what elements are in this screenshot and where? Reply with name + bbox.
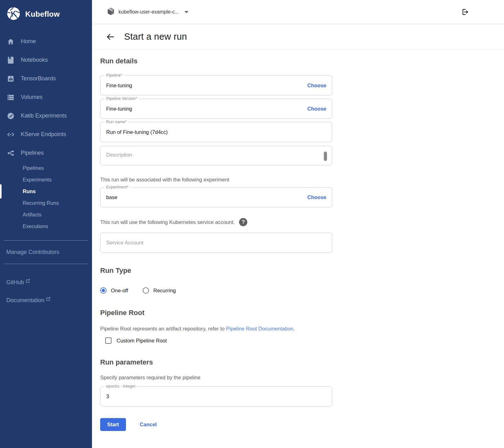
radio-unselected-icon[interactable] bbox=[143, 287, 149, 294]
page-content: Run details Pipeline* Fine-tuning Choose… bbox=[92, 49, 504, 444]
sidebar-subitem-label: Experiments bbox=[23, 177, 52, 183]
page-title: Start a new run bbox=[124, 32, 187, 42]
help-icon[interactable] bbox=[239, 218, 247, 226]
external-link-icon bbox=[46, 296, 50, 302]
run-name-field[interactable]: Run name* bbox=[100, 122, 332, 142]
github-link[interactable]: GitHub bbox=[0, 279, 92, 286]
sidebar-subitem-runs[interactable]: Runs bbox=[0, 186, 92, 197]
run-parameters-heading: Run parameters bbox=[100, 358, 332, 366]
kubeflow-logo-icon: K bbox=[6, 6, 21, 22]
sidebar-item-volumes[interactable]: Volumes bbox=[0, 88, 92, 106]
radio-label: One-off bbox=[111, 288, 128, 294]
description-field[interactable] bbox=[100, 146, 332, 165]
service-account-field[interactable] bbox=[100, 233, 332, 253]
logout-icon bbox=[461, 8, 469, 16]
custom-pipeline-root-option[interactable]: Custom Pipeline Root bbox=[105, 337, 332, 344]
link-label: GitHub bbox=[6, 279, 24, 286]
epochs-field-label: epochs - integer bbox=[105, 384, 137, 388]
radio-selected-icon[interactable] bbox=[100, 287, 106, 294]
kubeflow-brand[interactable]: K Kubeflow bbox=[0, 0, 92, 26]
volumes-icon bbox=[7, 94, 14, 101]
pipeline-version-field-label: Pipeline Version* bbox=[105, 96, 139, 101]
back-arrow-icon bbox=[106, 32, 115, 41]
experiment-field-label: Experiment* bbox=[105, 185, 130, 189]
run-type-options: One-off Recurring bbox=[100, 287, 332, 294]
sidebar-subitem-experiments[interactable]: Experiments bbox=[0, 174, 92, 186]
sidebar-subitem-artifacts[interactable]: Artifacts bbox=[0, 209, 92, 221]
checkbox-label: Custom Pipeline Root bbox=[117, 338, 167, 344]
pipeline-version-field[interactable]: Pipeline Version* Fine-tuning Choose bbox=[100, 99, 332, 119]
epochs-field[interactable]: epochs - integer bbox=[100, 386, 332, 406]
sidebar-item-label: Katib Experiments bbox=[21, 112, 67, 119]
sidebar-item-home[interactable]: Home bbox=[0, 32, 92, 51]
link-label: Documentation bbox=[6, 297, 44, 304]
logout-button[interactable] bbox=[460, 7, 470, 17]
cube-icon bbox=[107, 7, 115, 17]
sidebar-item-tensorboards[interactable]: TensorBoards bbox=[0, 69, 92, 88]
run-parameters-description: Specify parameters required by the pipel… bbox=[100, 375, 332, 381]
sidebar-item-label: Home bbox=[21, 38, 36, 45]
pipelines-icon bbox=[7, 149, 14, 157]
notebook-icon bbox=[7, 56, 14, 64]
pipeline-version-choose-button[interactable]: Choose bbox=[307, 106, 326, 112]
pipeline-field[interactable]: Pipeline* Fine-tuning Choose bbox=[100, 75, 332, 95]
sidebar-item-label: Pipelines bbox=[21, 150, 44, 156]
run-name-field-label: Run name* bbox=[105, 119, 128, 124]
sidebar-subitem-label: Recurring Runs bbox=[23, 200, 59, 206]
page-header: Start a new run bbox=[92, 24, 504, 49]
scrollbar-thumb[interactable] bbox=[324, 152, 327, 161]
epochs-input[interactable] bbox=[106, 393, 326, 399]
description-input[interactable] bbox=[106, 152, 321, 164]
namespace-selector[interactable]: kubeflow-user-example-c... bbox=[107, 7, 188, 17]
pipeline-choose-button[interactable]: Choose bbox=[307, 83, 326, 89]
pipeline-root-description: Pipeline Root represents an artifact rep… bbox=[100, 326, 332, 332]
pipeline-version-field-value: Fine-tuning bbox=[106, 106, 307, 112]
endpoints-icon bbox=[7, 131, 14, 138]
app-window: K Kubeflow Home Notebooks bbox=[0, 0, 504, 448]
pipeline-root-text-suffix: . bbox=[293, 326, 295, 331]
sidebar-subitem-recurring-runs[interactable]: Recurring Runs bbox=[0, 197, 92, 209]
sidebar-subitem-executions[interactable]: Executions bbox=[0, 221, 92, 232]
run-details-heading: Run details bbox=[100, 57, 504, 65]
sidebar-item-notebooks[interactable]: Notebooks bbox=[0, 51, 92, 69]
external-link-icon bbox=[26, 278, 30, 284]
back-button[interactable] bbox=[106, 32, 115, 41]
radio-option-recurring[interactable]: Recurring bbox=[143, 287, 176, 294]
experiment-choose-button[interactable]: Choose bbox=[307, 194, 326, 200]
katib-icon bbox=[7, 112, 14, 120]
run-name-input[interactable] bbox=[106, 129, 326, 135]
cancel-button[interactable]: Cancel bbox=[140, 422, 157, 428]
sidebar-subitem-label: Runs bbox=[23, 188, 36, 194]
service-account-input[interactable] bbox=[106, 240, 326, 246]
radio-label: Recurring bbox=[153, 288, 176, 294]
sidebar-item-label: TensorBoards bbox=[21, 75, 56, 82]
sidebar-divider bbox=[4, 264, 88, 264]
home-icon bbox=[7, 38, 14, 45]
experiment-field-value: base bbox=[106, 194, 307, 200]
start-button[interactable]: Start bbox=[100, 418, 126, 431]
sidebar-item-label: Notebooks bbox=[21, 57, 48, 63]
manage-contributors-link[interactable]: Manage Contributors bbox=[0, 241, 92, 256]
sidebar-item-pipelines[interactable]: Pipelines bbox=[0, 144, 92, 162]
documentation-link[interactable]: Documentation bbox=[0, 297, 92, 304]
sidebar-item-katib-experiments[interactable]: Katib Experiments bbox=[0, 106, 92, 125]
service-account-note-row: This run will use the following Kubernet… bbox=[100, 218, 332, 226]
namespace-label: kubeflow-user-example-c... bbox=[118, 9, 179, 15]
sidebar-item-label: Volumes bbox=[21, 94, 43, 101]
main-area: kubeflow-user-example-c... Start a new r… bbox=[92, 0, 504, 448]
sidebar-nav: Home Notebooks TensorBoards Volumes bbox=[0, 26, 92, 232]
chevron-down-icon bbox=[185, 11, 188, 13]
checkbox-unchecked-icon[interactable] bbox=[105, 337, 112, 344]
sidebar-item-label: KServe Endpoints bbox=[21, 131, 66, 138]
sidebar-item-kserve-endpoints[interactable]: KServe Endpoints bbox=[0, 125, 92, 144]
pipeline-root-doc-link[interactable]: Pipeline Root Documentation bbox=[226, 326, 294, 331]
experiment-field[interactable]: Experiment* base Choose bbox=[100, 187, 332, 207]
pipeline-root-text: Pipeline Root represents an artifact rep… bbox=[100, 326, 226, 331]
sidebar-subitem-label: Executions bbox=[23, 223, 48, 229]
pipeline-root-heading: Pipeline Root bbox=[100, 309, 332, 317]
run-type-heading: Run Type bbox=[100, 267, 332, 275]
service-account-note: This run will use the following Kubernet… bbox=[100, 219, 235, 225]
radio-option-one-off[interactable]: One-off bbox=[100, 287, 128, 294]
pipeline-field-label: Pipeline* bbox=[105, 73, 124, 78]
sidebar-subitem-pipelines[interactable]: Pipelines bbox=[0, 162, 92, 174]
